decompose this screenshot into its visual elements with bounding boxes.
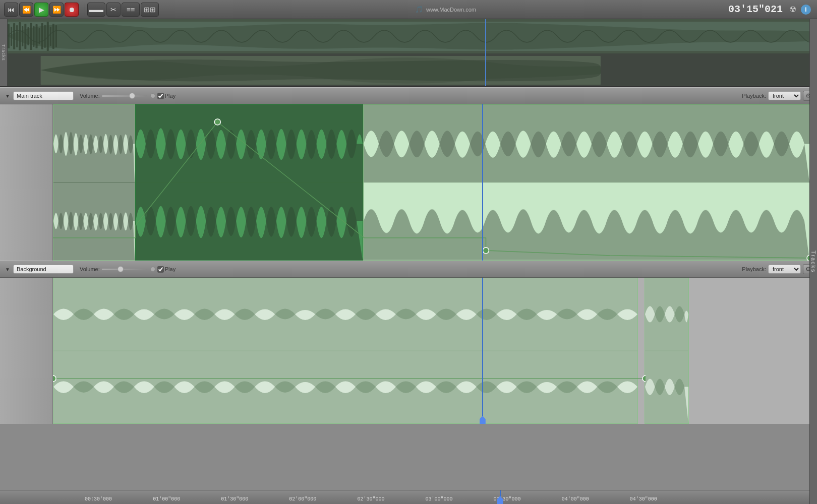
main-track-area[interactable] xyxy=(0,104,817,261)
main-track-header: ▼ Main track Volume: Play Playback: fron… xyxy=(0,87,817,104)
main-track-name-input[interactable]: Main track xyxy=(13,91,74,100)
main-clip-1-waveform xyxy=(53,105,135,260)
normalize-button[interactable]: ▬▬ xyxy=(87,3,105,17)
bg-playback-label: Playback: xyxy=(742,266,766,272)
timeline-mark-1: 01'00"000 xyxy=(153,496,180,502)
toolbar: ⏮ ⏪ ▶ ⏩ ⏺ ▬▬ ✂ ≡≡ ⊞⊞ 🎵 www.MacDown.com 0… xyxy=(0,0,817,19)
timeline-mark-8: 04'30"000 xyxy=(630,496,657,502)
play-button[interactable]: ▶ xyxy=(34,3,48,17)
main-track-playhead xyxy=(482,104,483,261)
grid-button[interactable]: ⊞⊞ xyxy=(141,3,159,17)
timeline-playhead-indicator xyxy=(500,490,501,504)
bg-volume-slider[interactable] xyxy=(102,269,147,270)
timeline-mark-7: 04'00"000 xyxy=(562,496,589,502)
main-playback-select[interactable]: front back xyxy=(768,91,801,100)
main-clip-selected[interactable] xyxy=(135,104,363,261)
main-volume-label: Volume: xyxy=(80,93,100,99)
main-clip-2-waveform xyxy=(364,105,809,260)
timeline-mark-4: 02'30"000 xyxy=(357,496,384,502)
main-clip-2[interactable] xyxy=(363,104,810,261)
bg-clip-right[interactable] xyxy=(645,278,689,424)
main-clip-selected-waveform xyxy=(136,105,363,260)
bg-clip-main[interactable] xyxy=(53,278,638,424)
bg-track-left-panel xyxy=(0,278,53,424)
overview-panel: Tracks xyxy=(0,19,817,87)
main-clip-1[interactable] xyxy=(53,104,135,261)
bg-clip-waveform xyxy=(53,278,637,423)
overview-region xyxy=(8,19,817,86)
bg-track-area[interactable] xyxy=(0,278,817,424)
overview-label: Tracks xyxy=(0,19,8,86)
fast-forward-button[interactable]: ⏩ xyxy=(49,3,64,17)
radiation-icon[interactable]: ☢ xyxy=(787,4,799,16)
website-label: 🎵 www.MacDown.com xyxy=(163,6,728,13)
bg-volume-dot xyxy=(150,267,155,272)
main-playback-label: Playback: xyxy=(742,93,766,99)
mix-button[interactable]: ≡≡ xyxy=(122,3,140,17)
timeline-mark-2: 01'30"000 xyxy=(221,496,248,502)
rewind-button[interactable]: ⏪ xyxy=(19,3,33,17)
timeline: 00:30'000 01'00"000 01'30"000 02'00"000 … xyxy=(0,490,817,504)
bg-track-header: ▼ Background Volume: Play Playback: fron… xyxy=(0,261,817,278)
main-play-checkbox[interactable] xyxy=(157,93,164,99)
bg-track-playhead xyxy=(482,278,483,424)
main-track-left-panel xyxy=(0,104,53,261)
main-track-collapse[interactable]: ▼ xyxy=(4,92,11,99)
record-button[interactable]: ⏺ xyxy=(65,3,79,17)
rewind-to-start-button[interactable]: ⏮ xyxy=(4,3,18,17)
bg-play-checkbox[interactable] xyxy=(157,266,164,273)
overview-playhead xyxy=(485,19,486,86)
timeline-mark-5: 03'00"000 xyxy=(425,496,452,502)
main-play-label: Play xyxy=(165,93,176,99)
transport-controls: ⏮ ⏪ ▶ ⏩ ⏺ xyxy=(4,3,80,17)
time-display: 03'15"021 xyxy=(728,4,783,15)
bg-clip-right-waveform xyxy=(645,278,688,423)
main-content: ▼ Main track Volume: Play Playback: fron… xyxy=(0,87,817,490)
main-volume-slider[interactable] xyxy=(102,95,147,97)
timeline-inner: 00:30'000 01'00"000 01'30"000 02'00"000 … xyxy=(53,490,810,504)
bg-track-name-input[interactable]: Background xyxy=(13,265,74,274)
main-volume-dot xyxy=(150,93,155,98)
right-sidebar: Tracks xyxy=(809,19,817,504)
cut-button[interactable]: ✂ xyxy=(106,3,121,17)
timeline-mark-0: 00:30'000 xyxy=(85,496,112,502)
bg-volume-label: Volume: xyxy=(80,266,100,272)
overview-tracks[interactable] xyxy=(8,19,817,86)
bg-play-label: Play xyxy=(165,266,176,272)
timeline-mark-3: 02'00"000 xyxy=(289,496,316,502)
separator-1 xyxy=(85,4,85,16)
info-icon[interactable]: i xyxy=(801,5,811,15)
edit-controls: ▬▬ ✂ ≡≡ ⊞⊞ xyxy=(87,3,160,17)
bg-playback-select[interactable]: front back xyxy=(768,265,801,274)
bg-track-collapse[interactable]: ▼ xyxy=(4,266,11,273)
